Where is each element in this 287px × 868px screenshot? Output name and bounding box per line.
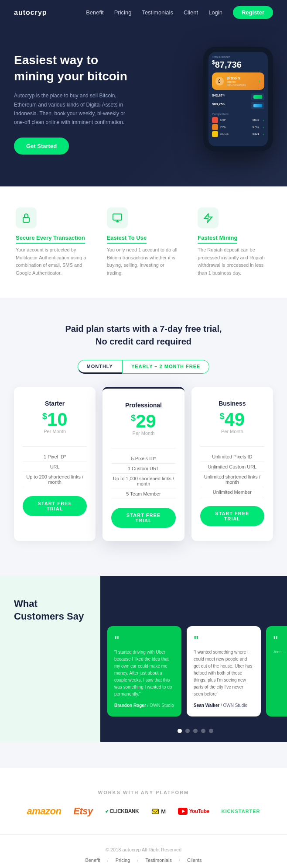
feature-title-secure: Secure Every Transaction [16, 234, 85, 244]
platforms-logos: amazon Etsy ✔ CLICKBANK M YouTube KICKST… [14, 806, 273, 817]
bitcoin-card: ₿ Bitcoin Bitcoin BTC/USD/IDR ▲ [212, 72, 264, 90]
testimonials-right: " "I started driving with Uber because I… [100, 576, 287, 742]
phone-mockup: Total Balance $87,736 ₿ Bitcoin Bitcoin … [186, 47, 273, 160]
tab-yearly[interactable]: YEARLY – 2 MONTH FREE [122, 360, 210, 374]
plan-business: Business $49 Per Month Unlimited Pixels … [191, 387, 273, 541]
tab-monthly[interactable]: MONTHLY [78, 360, 122, 374]
plan-name-professional: Professional [125, 402, 162, 409]
footer-link-testimonials[interactable]: Testimonials [145, 858, 172, 863]
platforms-label: WORKS WITH ANY PLATFORM [14, 790, 273, 795]
carousel-dots [100, 723, 287, 733]
secure-icon-wrap [16, 207, 37, 228]
feature-desc-secure: Your account is protected by Multifactor… [16, 246, 89, 277]
plan-price-professional: $29 [131, 412, 156, 431]
start-trial-business[interactable]: START FREE TRIAL [200, 506, 264, 526]
pricing-cards: Starter $10 Per Month 1 Pixel ID* URL Up… [14, 387, 273, 541]
feature-item: 1 Custom URL [111, 464, 175, 474]
price-row-2: $83,756 [212, 101, 264, 110]
easy-icon-wrap [107, 207, 128, 228]
get-started-button[interactable]: Get Started [14, 138, 69, 155]
platforms-section: WORKS WITH ANY PLATFORM amazon Etsy ✔ CL… [0, 768, 287, 834]
quote-icon: " [114, 635, 174, 645]
amazon-logo: amazon [27, 806, 61, 817]
svg-rect-1 [113, 214, 122, 220]
card-price: ▲ [258, 79, 261, 83]
start-trial-starter[interactable]: START FREE TRIAL [23, 496, 87, 516]
testimonial-author-brandon: Brandon Roger / OWN Studio [114, 703, 174, 708]
balance-amount: $87,736 [212, 59, 264, 70]
plan-features-starter: 1 Pixel ID* URL Up to 200 shortened link… [23, 452, 87, 487]
footer-copy: © 2018 autocryp All Right Reserved [14, 847, 273, 852]
navbar: autocryp Benefit Pricing Testimonials Cl… [0, 0, 287, 25]
plan-price-starter: $10 [42, 410, 68, 429]
youtube-icon [178, 808, 188, 815]
dot-3[interactable] [193, 729, 198, 733]
testimonial-card-brandon: " "I started driving with Uber because I… [107, 626, 181, 716]
feature-easy: Easiest To Use You only need 1 account t… [102, 204, 186, 280]
plan-price-business: $49 [219, 410, 245, 429]
hero-title: Easiest way to mining your bitcoin [14, 52, 186, 84]
lock-icon [21, 213, 31, 223]
feature-desc-easy: You only need 1 account to do all Bitcoi… [107, 246, 181, 277]
pricing-section: Paid plan starts with a 7-day free trial… [0, 298, 287, 576]
features-section: Secure Every Transaction Your account is… [0, 186, 287, 298]
hero-description: Autocryp is the place to buy and sell Bi… [14, 91, 127, 127]
footer: © 2018 autocryp All Right Reserved Benef… [0, 834, 287, 868]
login-button[interactable]: Login [208, 9, 222, 16]
testimonial-text-partial: Jenn... [273, 649, 285, 655]
testimonial-cards-row: " "I started driving with Uber because I… [100, 613, 287, 723]
pricing-headline: Paid plan starts with a 7-day free trial… [14, 324, 273, 334]
mailchimp-icon [151, 807, 160, 816]
quote-icon-2: " [194, 635, 254, 645]
testimonial-text-sean: "I wanted something where I could meet n… [194, 649, 254, 698]
monitor-icon [112, 213, 123, 223]
testimonial-card-sean: " "I wanted something where I could meet… [187, 626, 261, 716]
card-sub: Bitcoin BTC/USD/IDR [226, 80, 255, 86]
clickbank-logo: ✔ CLICKBANK [105, 808, 139, 814]
svg-rect-2 [152, 809, 159, 814]
nav-link-pricing[interactable]: Pricing [114, 9, 132, 16]
feature-item: Unlimited Pixels ID [200, 452, 264, 462]
fast-icon-wrap [198, 207, 219, 228]
plan-starter: Starter $10 Per Month 1 Pixel ID* URL Up… [14, 387, 96, 541]
dot-1[interactable] [178, 729, 182, 733]
svg-rect-0 [23, 217, 29, 222]
card-name: Bitcoin [226, 76, 255, 80]
bitcoin-icon: ₿ [215, 77, 224, 86]
pricing-tabs: MONTHLY YEARLY – 2 MONTH FREE [14, 360, 273, 374]
testimonials-inner: What Customers Say " "I started driving … [0, 576, 287, 742]
feature-item: Unlimited Custom URL [200, 462, 264, 472]
footer-links: Benefit / Pricing / Testimonials / Clien… [14, 858, 273, 863]
nav-links: Benefit Pricing Testimonials Client Logi… [86, 6, 273, 19]
testimonial-card-partial: " Jenn... [266, 626, 287, 716]
plan-period-business: Per Month [221, 429, 243, 434]
comp-label: Competitors [212, 113, 264, 116]
feature-item: Unlimited shortened links / month [200, 472, 264, 487]
testimonials-left: What Customers Say [0, 576, 100, 742]
footer-link-benefit[interactable]: Benefit [85, 858, 100, 863]
nav-link-client[interactable]: Client [184, 9, 198, 16]
dot-4[interactable] [201, 729, 205, 733]
nav-logo: autocryp [14, 9, 47, 17]
dot-5[interactable] [209, 729, 213, 733]
start-trial-professional[interactable]: START FREE TRIAL [111, 508, 175, 528]
feature-secure: Secure Every Transaction Your account is… [10, 204, 95, 280]
feature-title-fast: Fastest Mining [198, 234, 237, 244]
feature-item: Up to 1,000 shortened links / month [111, 474, 175, 489]
plan-name-business: Business [219, 400, 246, 407]
comp-ppc: PPC $742 + [212, 124, 264, 130]
feature-title-easy: Easiest To Use [107, 234, 147, 244]
nav-link-benefit[interactable]: Benefit [86, 9, 103, 16]
footer-link-pricing[interactable]: Pricing [116, 858, 130, 863]
comp-xrp: XRP $637 + [212, 117, 264, 123]
plan-professional: Professional $29 Per Month 5 Pixels ID* … [102, 387, 184, 541]
plan-period-professional: Per Month [133, 431, 155, 436]
nav-link-testimonials[interactable]: Testimonials [142, 9, 173, 16]
feature-desc-fast: The Rupiah deposit can be processed inst… [198, 246, 271, 277]
register-button[interactable]: Register [233, 6, 273, 19]
kickstarter-logo: KICKSTARTER [222, 809, 260, 814]
dot-2[interactable] [185, 729, 190, 733]
footer-link-clients[interactable]: Clients [187, 858, 202, 863]
feature-item: URL [23, 462, 87, 472]
mailchimp-logo: M [151, 807, 165, 816]
